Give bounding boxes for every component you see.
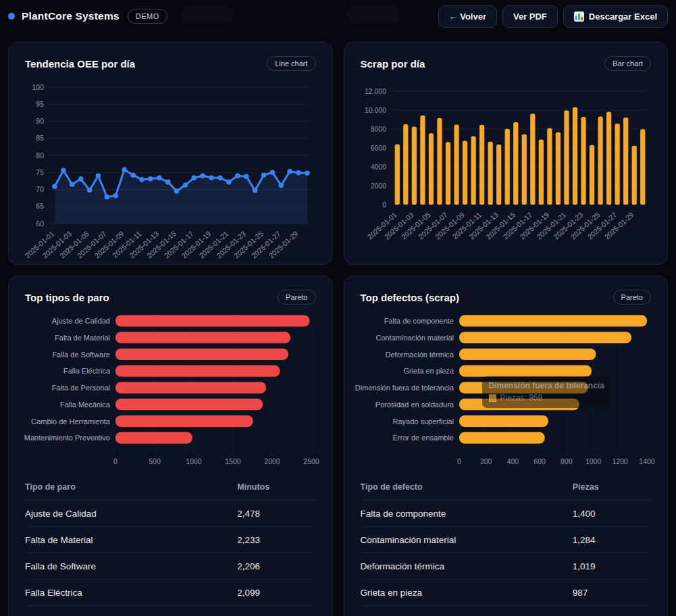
pareto-bar[interactable] <box>115 349 288 360</box>
line-point[interactable] <box>174 188 180 194</box>
scrap-bar[interactable] <box>437 118 442 205</box>
scrap-bar[interactable] <box>462 141 467 205</box>
chart-type-chip-line: Line chart <box>267 56 315 71</box>
pareto-bar[interactable] <box>459 399 579 410</box>
scrap-bar[interactable] <box>403 124 408 205</box>
table-cell: Falta de componente <box>361 500 573 527</box>
svg-text:1500: 1500 <box>225 457 241 465</box>
pareto-bar[interactable] <box>115 315 309 327</box>
scrap-bar[interactable] <box>598 116 602 205</box>
download-excel-button[interactable]: Descargar Excel <box>563 5 668 28</box>
chart-type-chip-pareto-defecto: Pareto <box>613 290 651 305</box>
pareto-bar[interactable] <box>459 432 545 444</box>
line-point[interactable] <box>209 176 214 181</box>
scrap-bar[interactable] <box>589 145 594 205</box>
scrap-bar[interactable] <box>572 107 577 205</box>
pareto-bar[interactable] <box>115 382 266 394</box>
pareto-bar[interactable] <box>459 415 548 427</box>
line-point[interactable] <box>87 188 93 193</box>
table-row: Ajuste de Calidad2,478 <box>25 500 316 527</box>
scrap-bar[interactable] <box>530 113 535 205</box>
line-point[interactable] <box>183 182 188 188</box>
table-cell: 959 <box>573 606 651 616</box>
table-cell: Falla de Software <box>25 553 237 580</box>
line-point[interactable] <box>244 174 249 180</box>
scrap-bar[interactable] <box>555 132 560 205</box>
line-point[interactable] <box>296 170 301 176</box>
line-point[interactable] <box>78 176 84 182</box>
line-point[interactable] <box>270 170 276 175</box>
scrap-bar[interactable] <box>521 134 526 205</box>
scrap-bar[interactable] <box>471 136 475 205</box>
line-point[interactable] <box>96 174 101 179</box>
line-point[interactable] <box>287 169 292 174</box>
scrap-bar[interactable] <box>538 139 543 205</box>
line-point[interactable] <box>105 195 110 200</box>
card-title-paros: Top tipos de paro <box>25 292 109 303</box>
view-pdf-button[interactable]: Ver PDF <box>502 5 558 28</box>
top-bar: PlantCore Systems DEMO ← Volver Ver PDF … <box>0 0 676 32</box>
scrap-bar[interactable] <box>606 111 610 205</box>
line-point[interactable] <box>130 172 136 178</box>
scrap-bar[interactable] <box>615 124 619 205</box>
line-point[interactable] <box>305 170 310 176</box>
pareto-bar[interactable] <box>459 332 631 343</box>
line-point[interactable] <box>235 174 240 179</box>
svg-text:1000: 1000 <box>585 457 601 465</box>
back-button[interactable]: ← Volver <box>438 5 497 28</box>
line-point[interactable] <box>165 180 171 185</box>
line-point[interactable] <box>148 176 153 182</box>
scrap-bar[interactable] <box>479 125 484 205</box>
table-cell: 2,099 <box>237 580 315 606</box>
scrap-bar[interactable] <box>631 146 636 205</box>
line-point[interactable] <box>253 188 258 193</box>
line-point[interactable] <box>113 193 118 199</box>
pareto-bar[interactable] <box>115 432 192 444</box>
line-point[interactable] <box>279 183 284 188</box>
scrap-bar[interactable] <box>428 133 433 205</box>
svg-text:Cambio de Herramienta: Cambio de Herramienta <box>31 417 111 426</box>
line-point[interactable] <box>192 176 197 181</box>
pareto-bar[interactable] <box>115 415 253 427</box>
scrap-bar[interactable] <box>640 129 645 205</box>
scrap-bar[interactable] <box>547 128 552 205</box>
line-point[interactable] <box>52 184 57 189</box>
table-cell: Grieta en pieza <box>361 580 573 606</box>
svg-text:Falla Mecánica: Falla Mecánica <box>60 401 111 409</box>
scrap-bar[interactable] <box>454 124 459 205</box>
ghost-pill <box>347 5 400 24</box>
pareto-bar[interactable] <box>115 399 263 410</box>
pareto-bar[interactable] <box>459 349 596 360</box>
scrap-bar[interactable] <box>623 118 628 205</box>
table-cell: 2,233 <box>237 527 315 553</box>
line-point[interactable] <box>261 172 267 178</box>
scrap-bar[interactable] <box>488 142 492 205</box>
scrap-bar[interactable] <box>411 127 416 205</box>
pareto-bar[interactable] <box>459 315 647 327</box>
scrap-bar[interactable] <box>420 116 425 205</box>
line-point[interactable] <box>226 180 232 185</box>
line-point[interactable] <box>70 182 75 187</box>
svg-text:10.000: 10.000 <box>364 106 386 114</box>
svg-text:600: 600 <box>534 457 546 465</box>
scrap-bar[interactable] <box>581 117 586 205</box>
scrap-bar[interactable] <box>445 142 450 205</box>
pareto-bar[interactable] <box>459 382 588 394</box>
line-point[interactable] <box>139 177 145 182</box>
scrap-bar[interactable] <box>394 144 399 205</box>
view-pdf-label: Ver PDF <box>513 11 547 22</box>
line-point[interactable] <box>122 167 127 172</box>
line-point[interactable] <box>217 176 223 181</box>
pareto-bar[interactable] <box>115 332 290 343</box>
chart-type-chip-bar: Bar chart <box>604 56 651 71</box>
line-point[interactable] <box>157 176 162 181</box>
pareto-bar[interactable] <box>459 365 592 377</box>
line-point[interactable] <box>200 174 205 179</box>
scrap-bar[interactable] <box>513 122 518 205</box>
pareto-bar[interactable] <box>115 365 280 377</box>
scrap-bar[interactable] <box>504 129 509 205</box>
scrap-bar[interactable] <box>564 110 569 205</box>
line-point[interactable] <box>61 168 66 173</box>
card-oee-trend: Tendencia OEE por día Line chart 6065707… <box>8 42 333 265</box>
scrap-bar[interactable] <box>496 145 501 205</box>
